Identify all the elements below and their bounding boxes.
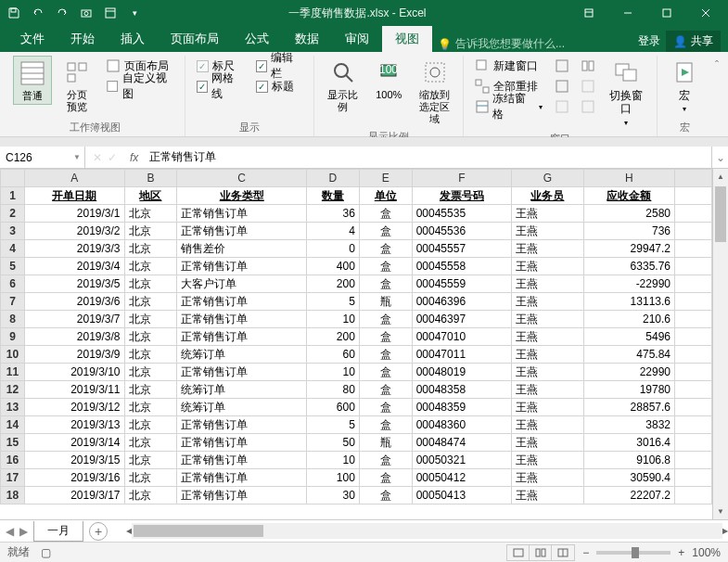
cell[interactable]: 2019/3/17 bbox=[25, 487, 125, 505]
cell[interactable]: 10 bbox=[306, 311, 359, 328]
cell[interactable]: 正常销售订单 bbox=[177, 328, 307, 346]
cell[interactable]: 100 bbox=[306, 469, 359, 487]
scroll-down-icon[interactable]: ▼ bbox=[713, 504, 728, 519]
cell[interactable]: 北京 bbox=[124, 452, 177, 469]
cell[interactable]: 盒 bbox=[359, 487, 412, 505]
cell[interactable]: 北京 bbox=[124, 275, 177, 293]
cell[interactable]: 统筹订单 bbox=[177, 346, 307, 364]
gridlines-checkbox[interactable]: 网格线 bbox=[193, 76, 247, 96]
cell[interactable]: 北京 bbox=[124, 205, 177, 223]
cell[interactable]: 王燕 bbox=[512, 240, 584, 258]
cell[interactable]: 60 bbox=[306, 346, 359, 364]
cell[interactable]: 王燕 bbox=[512, 275, 584, 293]
macros-button[interactable]: 宏▾ bbox=[665, 56, 704, 117]
cell[interactable]: -22990 bbox=[583, 275, 674, 293]
cell[interactable]: 北京 bbox=[124, 434, 177, 452]
cell[interactable]: 2019/3/14 bbox=[25, 434, 125, 452]
cell[interactable]: 36 bbox=[306, 205, 359, 223]
switch-window-button[interactable]: 切换窗口▾ bbox=[604, 56, 649, 130]
sheet-next-icon[interactable]: ▶ bbox=[19, 525, 28, 538]
horizontal-scrollbar[interactable]: ◀ ▶ bbox=[126, 523, 728, 539]
col-header[interactable]: F bbox=[412, 170, 512, 187]
cell[interactable]: 王燕 bbox=[512, 399, 584, 416]
cell[interactable]: 2019/3/5 bbox=[25, 275, 125, 293]
cell[interactable]: 盒 bbox=[359, 311, 412, 328]
hide-button[interactable] bbox=[552, 76, 572, 96]
cell[interactable]: 盒 bbox=[359, 346, 412, 364]
header-cell[interactable]: 数量 bbox=[306, 187, 359, 205]
cell[interactable]: 盒 bbox=[359, 399, 412, 416]
cell[interactable]: 销售差价 bbox=[177, 240, 307, 258]
row-header[interactable]: 18 bbox=[1, 487, 25, 505]
qat-customize-icon[interactable]: ▾ bbox=[124, 3, 145, 23]
customview-button[interactable]: 自定义视图 bbox=[102, 76, 177, 96]
cell[interactable]: 2019/3/4 bbox=[25, 258, 125, 275]
col-header[interactable]: A bbox=[25, 170, 125, 187]
split-button[interactable] bbox=[552, 56, 572, 76]
maximize-button[interactable] bbox=[648, 0, 685, 26]
cell[interactable]: 00047010 bbox=[412, 328, 512, 346]
pagelayout-view-icon[interactable] bbox=[530, 545, 552, 560]
camera-icon[interactable] bbox=[76, 3, 96, 23]
cell[interactable]: 2019/3/13 bbox=[25, 416, 125, 434]
cell[interactable]: 盒 bbox=[359, 469, 412, 487]
row-header[interactable]: 5 bbox=[1, 258, 25, 275]
login-link[interactable]: 登录 bbox=[638, 33, 660, 49]
cell[interactable]: 盒 bbox=[359, 416, 412, 434]
cell[interactable]: 00045557 bbox=[412, 240, 512, 258]
cell[interactable]: 00048474 bbox=[412, 434, 512, 452]
row-header[interactable]: 8 bbox=[1, 311, 25, 328]
cell[interactable]: 00047011 bbox=[412, 346, 512, 364]
cell[interactable]: 盒 bbox=[359, 364, 412, 381]
cell[interactable]: 2019/3/8 bbox=[25, 328, 125, 346]
cell[interactable]: 80 bbox=[306, 381, 359, 399]
cell[interactable]: 正常销售订单 bbox=[177, 416, 307, 434]
cell[interactable]: 00046397 bbox=[412, 311, 512, 328]
cell[interactable]: 王燕 bbox=[512, 223, 584, 240]
tab-formulas[interactable]: 公式 bbox=[232, 26, 282, 52]
row-header[interactable]: 16 bbox=[1, 452, 25, 469]
cell[interactable]: 30590.4 bbox=[583, 469, 674, 487]
cell[interactable]: 大客户订单 bbox=[177, 275, 307, 293]
cell[interactable]: 200 bbox=[306, 328, 359, 346]
cell[interactable]: 王燕 bbox=[512, 452, 584, 469]
cell[interactable]: 王燕 bbox=[512, 258, 584, 275]
cell[interactable]: 王燕 bbox=[512, 364, 584, 381]
zoom100-button[interactable]: 100100% bbox=[369, 56, 408, 103]
row-header[interactable]: 1 bbox=[1, 187, 25, 205]
cell[interactable]: 22990 bbox=[583, 364, 674, 381]
tab-data[interactable]: 数据 bbox=[282, 26, 332, 52]
row-header[interactable]: 11 bbox=[1, 364, 25, 381]
name-box-input[interactable] bbox=[6, 151, 79, 164]
row-header[interactable]: 13 bbox=[1, 399, 25, 416]
cell[interactable]: 盒 bbox=[359, 452, 412, 469]
cell[interactable]: 正常销售订单 bbox=[177, 434, 307, 452]
row-header[interactable]: 9 bbox=[1, 328, 25, 346]
sheet-prev-icon[interactable]: ◀ bbox=[6, 525, 14, 538]
cell[interactable]: 2019/3/16 bbox=[25, 469, 125, 487]
close-button[interactable] bbox=[687, 0, 724, 26]
spreadsheet-grid[interactable]: ABCDEFGH1开单日期地区业务类型数量单位发票号码业务员应收金额22019/… bbox=[0, 169, 712, 519]
cell[interactable]: 2019/3/9 bbox=[25, 346, 125, 364]
cell[interactable]: 统筹订单 bbox=[177, 399, 307, 416]
zoom-out-button[interactable]: − bbox=[582, 546, 589, 559]
row-header[interactable]: 15 bbox=[1, 434, 25, 452]
cell[interactable]: 王燕 bbox=[512, 487, 584, 505]
cell[interactable]: 王燕 bbox=[512, 311, 584, 328]
cell[interactable]: 3832 bbox=[583, 416, 674, 434]
cell[interactable]: 19780 bbox=[583, 381, 674, 399]
pagebreak-button[interactable]: 分页 预览 bbox=[57, 56, 96, 115]
cell[interactable]: 北京 bbox=[124, 293, 177, 311]
zoom-slider[interactable] bbox=[596, 551, 671, 555]
normal-view-button[interactable]: 普通 bbox=[13, 56, 52, 105]
cell[interactable]: 2019/3/7 bbox=[25, 311, 125, 328]
scroll-up-icon[interactable]: ▲ bbox=[713, 169, 728, 185]
newwindow-button[interactable]: 新建窗口 bbox=[471, 56, 546, 76]
header-cell[interactable]: 单位 bbox=[359, 187, 412, 205]
cell[interactable]: 600 bbox=[306, 399, 359, 416]
formula-input[interactable] bbox=[144, 147, 711, 168]
row-header[interactable]: 14 bbox=[1, 416, 25, 434]
cell[interactable]: 统筹订单 bbox=[177, 381, 307, 399]
row-header[interactable]: 10 bbox=[1, 346, 25, 364]
sheet-tab[interactable]: 一月 bbox=[33, 521, 83, 542]
